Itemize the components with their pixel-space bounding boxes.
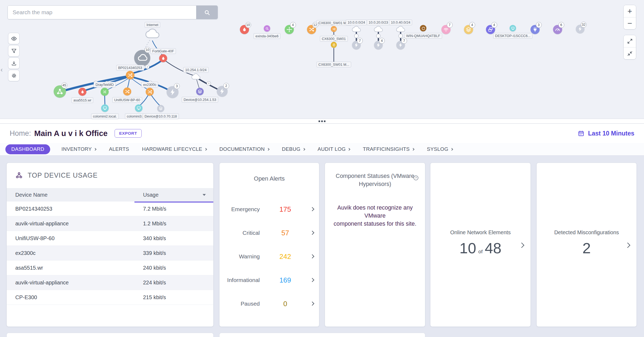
alert-count: 242 (260, 252, 311, 261)
export-button[interactable]: EXPORT (115, 129, 142, 138)
table-row[interactable]: asa5515.wr240 kbit/s (7, 261, 213, 275)
table-row[interactable]: ex2300c339 kbit/s (7, 246, 213, 261)
map-node-colomini3-local[interactable] (135, 104, 142, 112)
settings-icon (11, 72, 17, 79)
chevron-right-icon[interactable] (311, 230, 314, 235)
map-tool-visibility-button[interactable] (8, 33, 20, 44)
search-input[interactable] (8, 6, 196, 19)
collapse-map-button[interactable] (624, 47, 636, 59)
tab-alerts[interactable]: ALERTS (107, 144, 131, 154)
alert-row-paused[interactable]: Paused0 (219, 299, 319, 308)
sort-caret-icon[interactable] (203, 194, 206, 196)
calendar-icon (577, 130, 585, 137)
time-range-label: Last 10 Minutes (588, 130, 634, 137)
tab-dashboard[interactable]: DASHBOARD (5, 144, 50, 154)
column-header-device-name[interactable]: Device Name (7, 192, 134, 198)
breadcrumb-home[interactable]: Home: (10, 129, 31, 138)
map-node-device-10-0-70-118[interactable] (157, 105, 164, 112)
map-node-cx6300-sw01[interactable] (331, 42, 337, 48)
device-name-cell: UnifiUSW-8P-60 (7, 235, 134, 241)
chevron-right-icon[interactable] (520, 243, 524, 248)
node-count-badge: 4 (379, 38, 385, 44)
chevron-right-icon[interactable] (626, 243, 630, 248)
tab-label: DEBUG (282, 146, 301, 152)
tab-syslog[interactable]: SYSLOG (425, 144, 454, 154)
divider-dot (324, 120, 325, 122)
table-row[interactable]: BP02143402537.2 Mbit/s (7, 202, 213, 216)
svg-text:?: ? (415, 176, 417, 180)
map-node-fortigate-40f[interactable] (159, 54, 167, 62)
map-node-draytekmd[interactable] (101, 88, 109, 96)
device-name-cell: auvik-virtual-appliance (7, 280, 134, 286)
fullscreen-control-group (623, 35, 636, 60)
alert-row-critical[interactable]: Critical57 (219, 228, 319, 237)
map-node-desktop-i1sccc6[interactable] (510, 25, 516, 31)
alert-row-warning[interactable]: Warning242 (219, 252, 319, 261)
usage-cell: 340 kbit/s (134, 235, 213, 241)
column-header-usage[interactable]: Usage (134, 192, 213, 198)
tab-trafficinsights[interactable]: TRAFFICINSIGHTS (361, 144, 415, 154)
network-map-section[interactable]: 28410 Internet10FortiGate-40FBP021434025… (0, 0, 644, 119)
help-icon[interactable]: ? (413, 175, 419, 181)
tab-label: DASHBOARD (11, 146, 44, 152)
alert-row-emergency[interactable]: Emergency175 (219, 205, 319, 214)
tab-documentation[interactable]: DOCUMENTATION (218, 144, 271, 154)
map-node-10-0-0-0-24[interactable] (351, 25, 362, 34)
tab-debug[interactable]: DEBUG (280, 144, 306, 154)
alert-row-informational[interactable]: Informational169 (219, 276, 319, 285)
tab-audit-log[interactable]: AUDIT LOG (316, 144, 352, 154)
table-row[interactable]: CP-E300215 kbit/s (7, 290, 213, 305)
chevron-right-icon (94, 148, 96, 151)
online-network-elements-card[interactable]: Online Network Elements 10of48 (430, 163, 531, 327)
svg-text:0: 0 (208, 82, 209, 85)
table-row[interactable]: auvik-virtual-appliance224 kbit/s (7, 275, 213, 290)
map-node-10-254-1-0-24[interactable] (190, 73, 202, 81)
map-node-cx6300-sw01-m[interactable] (331, 26, 337, 32)
chevron-right-icon[interactable] (311, 254, 314, 259)
main-nav-bar: DASHBOARDINVENTORYALERTSHARDWARE LIFECYC… (0, 143, 644, 156)
map-node-device-10-254-1-53[interactable] (196, 88, 204, 95)
map-node-label: 10.254.1.0/24 (183, 67, 208, 73)
search-button[interactable] (196, 6, 218, 19)
map-node-asa5515-wr[interactable] (78, 88, 86, 96)
next-row-card-partial (6, 333, 214, 337)
tab-label: SYSLOG (427, 146, 448, 152)
tab-inventory[interactable]: INVENTORY (60, 144, 98, 154)
chevron-right-icon[interactable] (311, 278, 314, 283)
left-panel-handle[interactable]: ‹ (1, 66, 3, 74)
map-tool-settings-button[interactable] (8, 70, 20, 81)
detected-misconfigurations-card[interactable]: Detected Misconfigurations 2 (536, 163, 637, 327)
zoom-out-button[interactable]: − (624, 17, 636, 29)
chevron-right-icon[interactable] (311, 301, 314, 306)
time-range-selector[interactable]: Last 10 Minutes (577, 130, 634, 137)
map-node-ex2300c[interactable] (146, 88, 154, 96)
tab-hardware-lifecycle[interactable]: HARDWARE LIFECYCLE (140, 144, 208, 154)
map-tool-filter-button[interactable] (8, 45, 20, 57)
map-tool-download-button[interactable] (8, 57, 20, 69)
card-title: Open Alerts (219, 163, 319, 182)
map-node-exinda-340be6[interactable] (264, 25, 270, 32)
chevron-right-icon[interactable] (311, 207, 314, 212)
map-node-win-qmuahq4tblf[interactable] (420, 25, 426, 31)
chevron-right-icon (412, 148, 414, 151)
page-title: Main A u v i k Office (34, 129, 108, 138)
chevron-right-icon (204, 148, 207, 151)
table-row[interactable]: auvik-virtual-appliance1.2 Mbit/s (7, 216, 213, 231)
map-node-10-0-20-0-23[interactable] (373, 25, 384, 34)
card-title: Online Network Elements (430, 163, 530, 236)
alert-count: 169 (260, 276, 311, 284)
map-node-internet[interactable] (144, 28, 161, 40)
map-node-bp0214340253[interactable] (126, 71, 134, 79)
alert-severity-label: Emergency (219, 206, 260, 213)
map-node-10-0-40-0-24[interactable] (395, 25, 406, 34)
node-count-badge: 10 (145, 47, 151, 53)
map-search-bar (8, 5, 218, 19)
expand-map-button[interactable] (624, 35, 636, 47)
node-count-badge: 4 (469, 22, 475, 28)
node-count-badge: 3 (536, 22, 542, 28)
map-resize-divider[interactable] (0, 119, 644, 124)
table-row[interactable]: UnifiUSW-8P-60340 kbit/s (7, 231, 213, 246)
zoom-in-button[interactable]: + (624, 5, 636, 17)
map-node-unifiusw-bp-60[interactable] (123, 87, 131, 96)
map-node-colomini2-local[interactable] (101, 104, 109, 112)
